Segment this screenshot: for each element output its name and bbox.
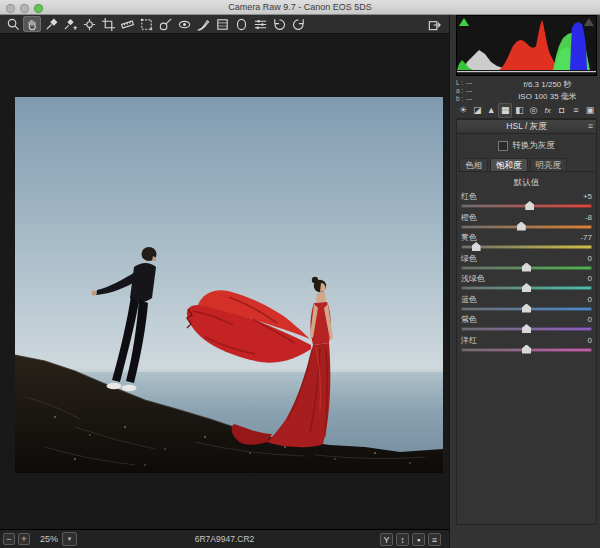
panel-tab-strip: ☀ ◪ ▲ ▦ ◧ ◎ fx ◘ ≡ ▣ (456, 103, 597, 119)
hsl-grayscale-tab[interactable]: ▦ (498, 103, 512, 118)
split-toning-tab[interactable]: ◧ (512, 103, 526, 118)
filmstrip-menu-button[interactable]: ≡ (428, 533, 441, 546)
slider-value: 0 (588, 254, 592, 264)
transform-tool[interactable] (137, 16, 155, 32)
bottom-bar: − + 25% ▾ 6R7A9947.CR2 Y ↕ ▪ ≡ (0, 529, 449, 548)
radial-filter-tool[interactable] (232, 16, 250, 32)
before-after-toggle-button[interactable]: Y (380, 533, 393, 546)
slider-track[interactable] (461, 204, 592, 208)
hsl-slider-green: 绿色0 (461, 254, 592, 275)
rotate-left-tool[interactable] (270, 16, 288, 32)
minimize-window-button[interactable] (20, 4, 29, 13)
hsl-slider-aqua: 浅绿色0 (461, 274, 592, 295)
preview-canvas[interactable] (0, 35, 449, 530)
slider-thumb[interactable] (522, 263, 531, 272)
red-eye-tool[interactable] (175, 16, 193, 32)
convert-to-grayscale-row: 转换为灰度 (457, 140, 596, 152)
apply-before-after-button[interactable]: ▪ (412, 533, 425, 546)
slider-value: -8 (585, 213, 592, 223)
slider-thumb[interactable] (522, 283, 531, 292)
targeted-adjustment-tool[interactable] (80, 16, 98, 32)
zoom-level-dropdown[interactable]: ▾ (62, 532, 77, 546)
zoom-window-button[interactable] (34, 4, 43, 13)
detail-tab[interactable]: ▲ (484, 103, 498, 118)
color-sampler-tool[interactable] (61, 16, 79, 32)
shadow-clipping-indicator[interactable] (459, 18, 469, 26)
slider-value: +5 (583, 192, 592, 202)
hsl-panel: HSL / 灰度 ≡ 转换为灰度 色相 饱和度 明亮度 默认值 红色+5 橙色-… (456, 119, 597, 525)
photo-preview[interactable] (15, 97, 443, 473)
hsl-slider-orange: 橙色-8 (461, 213, 592, 234)
hsl-sliders: 红色+5 橙色-8 黄色-77 绿色0 浅绿色0 (457, 192, 596, 356)
hsl-slider-red: 红色+5 (461, 192, 592, 213)
slider-label: 洋红 (461, 336, 477, 346)
tab-hue[interactable]: 色相 (459, 158, 488, 171)
slider-track[interactable] (461, 348, 592, 352)
snapshots-tab[interactable]: ▣ (583, 103, 597, 118)
zoom-in-button[interactable]: + (18, 533, 30, 545)
slider-value: 0 (588, 295, 592, 305)
slider-track[interactable] (461, 245, 592, 249)
slider-track[interactable] (461, 327, 592, 331)
rotate-right-tool[interactable] (289, 16, 307, 32)
slider-thumb[interactable] (522, 304, 531, 313)
slider-track[interactable] (461, 286, 592, 290)
default-button[interactable]: 默认值 (457, 177, 596, 188)
slider-label: 蓝色 (461, 295, 477, 305)
hsl-subtabs: 色相 饱和度 明亮度 (459, 158, 596, 172)
hsl-slider-purple: 紫色0 (461, 315, 592, 336)
slider-label: 红色 (461, 192, 477, 202)
swap-before-after-button[interactable]: ↕ (396, 533, 409, 546)
exif-info: f/6.3 1/250 秒 ISO 100 35 毫米 (498, 78, 597, 102)
slider-track[interactable] (461, 225, 592, 229)
slider-thumb[interactable] (522, 324, 531, 333)
lens-corrections-tab[interactable]: ◎ (526, 103, 540, 118)
preferences-tool[interactable] (251, 16, 269, 32)
zoom-out-button[interactable]: − (3, 533, 15, 545)
slider-track[interactable] (461, 307, 592, 311)
presets-tab[interactable]: ≡ (569, 103, 583, 118)
hsl-panel-header: HSL / 灰度 ≡ (457, 120, 596, 134)
histogram (456, 15, 597, 76)
slider-thumb[interactable] (522, 345, 531, 354)
hand-tool[interactable] (23, 16, 41, 32)
panel-menu-icon[interactable]: ≡ (588, 120, 593, 133)
slider-thumb[interactable] (517, 222, 526, 231)
graduated-filter-tool[interactable] (213, 16, 231, 32)
exif-iso-focal: ISO 100 35 毫米 (498, 91, 597, 103)
basic-tab[interactable]: ☀ (456, 103, 470, 118)
slider-thumb[interactable] (472, 242, 481, 251)
toolbar (0, 15, 449, 34)
slider-label: 绿色 (461, 254, 477, 264)
slider-label: 黄色 (461, 233, 477, 243)
slider-value: 0 (588, 336, 592, 346)
slider-label: 橙色 (461, 213, 477, 223)
spot-removal-tool[interactable] (156, 16, 174, 32)
camera-calibration-tab[interactable]: ◘ (555, 103, 569, 118)
effects-tab[interactable]: fx (541, 103, 555, 118)
slider-thumb[interactable] (525, 201, 534, 210)
tab-saturation[interactable]: 饱和度 (490, 158, 528, 171)
highlight-clipping-indicator[interactable] (584, 18, 594, 26)
tab-luminance[interactable]: 明亮度 (530, 158, 568, 171)
grayscale-checkbox[interactable] (498, 141, 508, 151)
adjustment-brush-tool[interactable] (194, 16, 212, 32)
hsl-slider-magenta: 洋红0 (461, 336, 592, 357)
camera-raw-window: Camera Raw 9.7 - Canon EOS 5DS (0, 0, 600, 548)
hsl-panel-title: HSL / 灰度 (506, 121, 546, 131)
slider-value: -77 (580, 233, 592, 243)
close-window-button[interactable] (6, 4, 15, 13)
straighten-tool[interactable] (118, 16, 136, 32)
fullscreen-toggle[interactable] (425, 16, 443, 32)
crop-tool[interactable] (99, 16, 117, 32)
slider-value: 0 (588, 274, 592, 284)
slider-track[interactable] (461, 266, 592, 270)
white-balance-tool[interactable] (42, 16, 60, 32)
zoom-level-value[interactable]: 25% (40, 534, 58, 544)
adjustments-panel: L :--- a :--- b :--- f/6.3 1/250 秒 ISO 1… (449, 15, 600, 548)
grayscale-checkbox-label: 转换为灰度 (512, 140, 555, 152)
image-info: L :--- a :--- b :--- f/6.3 1/250 秒 ISO 1… (456, 78, 597, 102)
tone-curve-tab[interactable]: ◪ (470, 103, 484, 118)
zoom-tool[interactable] (4, 16, 22, 32)
slider-label: 浅绿色 (461, 274, 485, 284)
